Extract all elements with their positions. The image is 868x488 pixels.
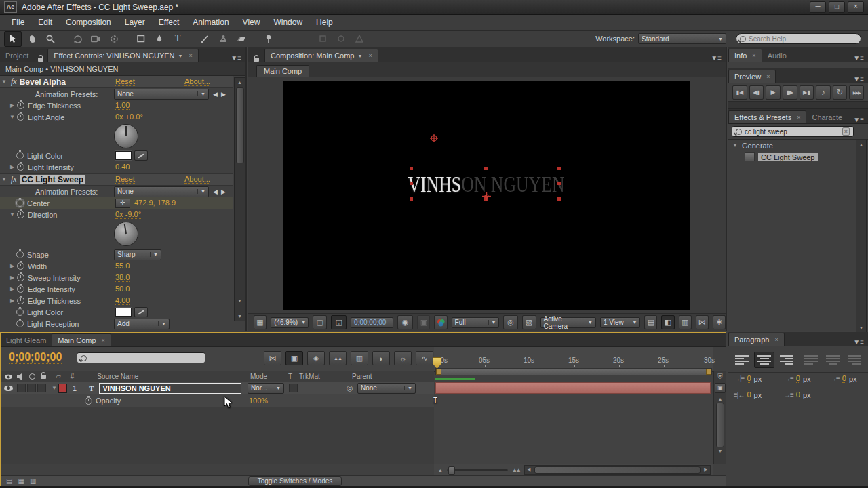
panel-menu-icon[interactable]: ▼≡ xyxy=(849,338,868,346)
clear-search-icon[interactable]: × xyxy=(842,127,850,136)
layer-handle[interactable] xyxy=(557,197,561,201)
scroll-down-icon[interactable]: ▼ xyxy=(235,314,245,319)
panel-menu-icon[interactable]: ▼≡ xyxy=(226,54,245,62)
layer-twirl-icon[interactable]: ▼ xyxy=(50,385,58,391)
menu-edit[interactable]: Edit xyxy=(32,16,58,29)
clone-stamp-tool[interactable] xyxy=(215,32,231,46)
stopwatch-icon[interactable] xyxy=(17,102,24,109)
twirl-open-icon[interactable]: ▼ xyxy=(8,211,16,218)
pen-tool[interactable] xyxy=(151,32,167,46)
tab-character[interactable]: Characte xyxy=(806,111,848,123)
puppet-pin-tool[interactable] xyxy=(260,32,277,46)
stopwatch-icon[interactable] xyxy=(17,163,24,171)
anchor-point-crosshair[interactable] xyxy=(482,192,491,201)
ram-preview-button[interactable]: ▶▶▶ xyxy=(849,85,864,100)
layer-lock-cell[interactable] xyxy=(37,384,46,392)
light-angle-value[interactable]: 0x +0.0° xyxy=(115,113,143,121)
layer-handle[interactable] xyxy=(557,167,561,170)
scroll-thumb[interactable] xyxy=(236,87,244,163)
motion-blur-icon[interactable]: ✱ xyxy=(713,315,726,329)
justify-last-left-button[interactable] xyxy=(802,352,821,367)
space-before-field[interactable]: ≡|← 0px xyxy=(734,390,762,399)
menu-file[interactable]: File xyxy=(5,16,31,29)
eyedropper-icon[interactable] xyxy=(134,150,148,161)
preset-next-icon[interactable]: ▶ xyxy=(221,188,226,195)
sweep-intensity-value[interactable]: 38.0 xyxy=(115,273,130,282)
twirl-closed-icon[interactable]: ▶ xyxy=(8,274,16,281)
layer-handle[interactable] xyxy=(410,182,413,185)
resolution-dropdown[interactable]: Full ▼ xyxy=(452,317,500,328)
transparency-grid-icon[interactable]: ▨ xyxy=(522,315,536,329)
layer-handle[interactable] xyxy=(410,197,413,201)
axis-mode-world-icon[interactable] xyxy=(333,32,349,46)
opacity-property-row[interactable]: Opacity 100% xyxy=(1,394,434,407)
preset-prev-icon[interactable]: ◀ xyxy=(213,91,218,98)
stopwatch-icon[interactable] xyxy=(16,251,24,258)
source-name-column-header[interactable]: Source Name xyxy=(97,373,138,380)
tab-main-comp[interactable]: Main Comp× xyxy=(52,333,111,346)
layer-visibility-eye-icon[interactable] xyxy=(4,386,13,391)
edge-thickness-value[interactable]: 1.00 xyxy=(115,101,130,110)
stopwatch-icon[interactable] xyxy=(17,113,24,121)
tab-close-icon[interactable]: × xyxy=(189,52,192,59)
live-update-icon[interactable]: ▣ xyxy=(285,351,303,365)
work-area-end-handle[interactable] xyxy=(706,369,711,375)
direction-dial[interactable] xyxy=(114,222,138,246)
expand-inout-panes-icon[interactable]: ▥ xyxy=(30,477,36,485)
effects-list-scrollbar[interactable]: ▲ ▼ xyxy=(856,140,867,333)
indent-right-field[interactable]: →≡ 0px xyxy=(830,374,857,383)
previous-frame-button[interactable]: ◀▮ xyxy=(749,85,764,100)
search-help-input[interactable] xyxy=(749,35,857,43)
minimize-button[interactable]: ─ xyxy=(810,1,826,13)
effect-header-cc-light-sweep[interactable]: ▼ fx CC Light Sweep Reset About... xyxy=(0,173,233,186)
bevel-presets-dropdown[interactable]: None ▼ xyxy=(114,89,209,100)
twirl-closed-icon[interactable]: ▶ xyxy=(8,164,16,170)
align-right-button[interactable] xyxy=(777,352,796,367)
exposure-toggle-icon[interactable]: ◧ xyxy=(661,315,674,329)
scroll-down-icon[interactable]: ▼ xyxy=(235,298,245,303)
menu-window[interactable]: Window xyxy=(267,16,309,29)
parent-column-header[interactable]: Parent xyxy=(352,373,372,380)
first-frame-button[interactable]: ▮◀ xyxy=(732,85,747,100)
composition-viewport[interactable]: VINHSON NGUYEN xyxy=(283,81,690,310)
tab-paragraph[interactable]: Paragraph× xyxy=(728,333,785,346)
axis-mode-local-icon[interactable] xyxy=(315,32,331,46)
effect-header-bevel-alpha[interactable]: ▼ fx Bevel Alpha Reset About... xyxy=(0,76,233,88)
zoom-tool[interactable] xyxy=(42,32,58,46)
tab-close-icon[interactable]: × xyxy=(766,73,770,80)
frame-blend-icon[interactable]: ▲▲ xyxy=(329,351,347,365)
scroll-right-icon[interactable]: ▶ xyxy=(702,467,710,472)
indent-first-line-field[interactable]: →≡ 0px xyxy=(784,374,811,383)
layer-mode-dropdown[interactable]: Nor... ▼ xyxy=(248,383,284,394)
safe-margins-icon[interactable]: ▢ xyxy=(313,315,327,329)
layer-parent-dropdown[interactable]: None ▼ xyxy=(357,383,416,394)
pan-behind-tool[interactable] xyxy=(106,32,122,46)
tab-preview[interactable]: Preview× xyxy=(728,70,776,83)
effects-search-box[interactable]: × xyxy=(732,126,854,137)
tab-close-icon[interactable]: × xyxy=(102,337,105,344)
sweep-about-link[interactable]: About... xyxy=(184,175,210,184)
twirl-closed-icon[interactable]: ▶ xyxy=(8,102,16,108)
always-preview-icon[interactable]: ▦ xyxy=(254,315,267,329)
tab-close-icon[interactable]: × xyxy=(797,114,800,121)
scroll-down-icon[interactable]: ▼ xyxy=(714,449,726,453)
rotation-tool[interactable] xyxy=(69,32,85,46)
snapshot-icon[interactable]: ◉ xyxy=(397,315,413,329)
light-color-swatch[interactable] xyxy=(115,151,132,160)
time-ruler[interactable]: 00s 05s 10s 15s 20s 25s 30s xyxy=(434,347,713,372)
histogram-icon[interactable]: ▥ xyxy=(679,315,692,329)
graph-editor-icon[interactable]: ∿ xyxy=(416,351,433,365)
tab-close-icon[interactable]: × xyxy=(752,52,755,59)
selection-tool[interactable] xyxy=(4,31,22,47)
camera-tool[interactable] xyxy=(87,32,104,46)
stopwatch-icon[interactable] xyxy=(16,152,24,159)
timeline-horizontal-scrollbar[interactable]: ◀ ▶ xyxy=(524,465,711,475)
bevel-about-link[interactable]: About... xyxy=(184,77,210,86)
light-reception-dropdown[interactable]: Add ▼ xyxy=(114,319,170,329)
timeline-zoom-slider[interactable] xyxy=(447,469,508,471)
panel-menu-icon[interactable]: ▼≡ xyxy=(707,54,726,62)
twirl-closed-icon[interactable]: ▶ xyxy=(8,286,16,292)
effects-search-input[interactable] xyxy=(745,128,840,136)
lock-icon[interactable] xyxy=(38,58,43,62)
space-after-field[interactable]: →≡ 0px xyxy=(784,390,811,399)
